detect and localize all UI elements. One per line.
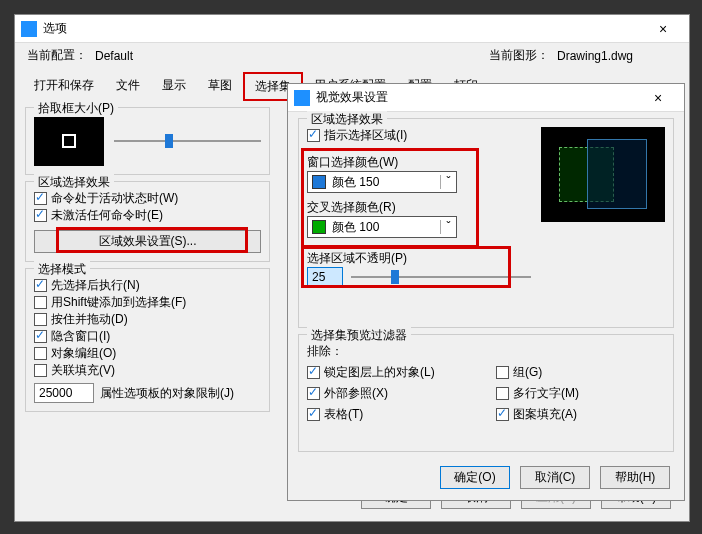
filter-title: 选择集预览过滤器 <box>307 327 411 344</box>
opacity-label: 选择区域不透明(P) <box>307 250 531 267</box>
cb-drag[interactable]: 按住并拖动(D) <box>34 311 261 328</box>
cross-color-combo[interactable]: 颜色 100 ˇ <box>307 216 457 238</box>
cb-table-label: 表格(T) <box>324 406 363 423</box>
cb-first[interactable]: 先选择后执行(N) <box>34 277 261 294</box>
cb-hatch-label: 关联填充(V) <box>51 362 115 379</box>
cb-group2[interactable]: 组(G) <box>496 364 665 381</box>
cb-noactive-label: 未激活任何命令时(E) <box>51 207 163 224</box>
cb-table[interactable]: 表格(T) <box>307 406 476 423</box>
pickbox-preview <box>34 116 104 166</box>
mode-title: 选择模式 <box>34 261 90 278</box>
chevron-down-icon: ˇ <box>440 175 456 189</box>
app-icon <box>294 90 310 106</box>
color-swatch-icon <box>312 175 326 189</box>
cb-shift-label: 用Shift键添加到选择集(F) <box>51 294 186 311</box>
cb-mtext[interactable]: 多行文字(M) <box>496 385 665 402</box>
cb-group-label: 对象编组(O) <box>51 345 116 362</box>
chevron-down-icon: ˇ <box>440 220 456 234</box>
vfx-titlebar: 视觉效果设置 × <box>288 84 684 112</box>
vfx-help-button[interactable]: 帮助(H) <box>600 466 670 489</box>
limit-label: 属性选项板的对象限制(J) <box>100 385 234 402</box>
cb-hatch[interactable]: 关联填充(V) <box>34 362 261 379</box>
limit-input[interactable] <box>34 383 94 403</box>
cb-first-label: 先选择后执行(N) <box>51 277 140 294</box>
cb-lock-label: 锁定图层上的对象(L) <box>324 364 435 381</box>
config-label: 当前配置： <box>27 47 87 64</box>
app-icon <box>21 21 37 37</box>
titlebar: 选项 × <box>15 15 689 43</box>
region-settings-button[interactable]: 区域效果设置(S)... <box>34 230 261 253</box>
cb-group[interactable]: 对象编组(O) <box>34 345 261 362</box>
cb-xref[interactable]: 外部参照(X) <box>307 385 476 402</box>
vfx-ok-button[interactable]: 确定(O) <box>440 466 510 489</box>
cross-color-text: 颜色 100 <box>330 219 440 236</box>
cb-noactive[interactable]: 未激活任何命令时(E) <box>34 207 261 224</box>
mode-group: 选择模式 先选择后执行(N) 用Shift键添加到选择集(F) 按住并拖动(D)… <box>25 268 270 412</box>
cb-active[interactable]: 命令处于活动状态时(W) <box>34 190 261 207</box>
opacity-slider[interactable] <box>351 276 531 278</box>
exclude-label: 排除： <box>307 343 665 360</box>
pickbox-group: 拾取框大小(P) <box>25 107 270 175</box>
cb-shift[interactable]: 用Shift键添加到选择集(F) <box>34 294 261 311</box>
cb-xref-label: 外部参照(X) <box>324 385 388 402</box>
cb-fill[interactable]: 图案填充(A) <box>496 406 665 423</box>
vfx-region-title: 区域选择效果 <box>307 111 387 128</box>
config-value: Default <box>95 49 175 63</box>
pickbox-slider[interactable] <box>114 140 261 142</box>
cb-fill-label: 图案填充(A) <box>513 406 577 423</box>
tab-display[interactable]: 显示 <box>151 72 197 101</box>
vfx-title: 视觉效果设置 <box>316 89 638 106</box>
config-row: 当前配置： Default 当前图形： Drawing1.dwg <box>15 43 689 68</box>
region-title: 区域选择效果 <box>34 174 114 191</box>
close-icon[interactable]: × <box>638 90 678 106</box>
cb-drag-label: 按住并拖动(D) <box>51 311 128 328</box>
vfx-cancel-button[interactable]: 取消(C) <box>520 466 590 489</box>
tab-open-save[interactable]: 打开和保存 <box>23 72 105 101</box>
cb-indicate-region[interactable]: 指示选择区域(I) <box>307 127 531 144</box>
cb-indicate-region-label: 指示选择区域(I) <box>324 127 407 144</box>
cb-implied[interactable]: 隐含窗口(I) <box>34 328 261 345</box>
region-preview <box>541 127 665 222</box>
cross-color-label: 交叉选择颜色(R) <box>307 199 531 216</box>
cb-group2-label: 组(G) <box>513 364 542 381</box>
drawing-label: 当前图形： <box>489 47 549 64</box>
opacity-input[interactable] <box>307 267 343 287</box>
region-group: 区域选择效果 命令处于活动状态时(W) 未激活任何命令时(E) 区域效果设置(S… <box>25 181 270 262</box>
close-icon[interactable]: × <box>643 21 683 37</box>
color-swatch-icon <box>312 220 326 234</box>
cb-lock[interactable]: 锁定图层上的对象(L) <box>307 364 476 381</box>
win-color-combo[interactable]: 颜色 150 ˇ <box>307 171 457 193</box>
win-color-text: 颜色 150 <box>330 174 440 191</box>
cb-implied-label: 隐含窗口(I) <box>51 328 110 345</box>
cb-mtext-label: 多行文字(M) <box>513 385 579 402</box>
filter-group: 选择集预览过滤器 排除： 锁定图层上的对象(L) 组(G) 外部参照(X) 多行… <box>298 334 674 452</box>
pickbox-title: 拾取框大小(P) <box>34 100 118 117</box>
cb-active-label: 命令处于活动状态时(W) <box>51 190 178 207</box>
visual-effects-dialog: 视觉效果设置 × 区域选择效果 指示选择区域(I) 窗口选择颜色(W) 颜色 1… <box>287 83 685 501</box>
drawing-value: Drawing1.dwg <box>557 49 677 63</box>
tab-files[interactable]: 文件 <box>105 72 151 101</box>
vfx-region-group: 区域选择效果 指示选择区域(I) 窗口选择颜色(W) 颜色 150 ˇ 交叉选择… <box>298 118 674 328</box>
win-color-label: 窗口选择颜色(W) <box>307 154 531 171</box>
dialog-title: 选项 <box>43 20 643 37</box>
tab-drafting[interactable]: 草图 <box>197 72 243 101</box>
